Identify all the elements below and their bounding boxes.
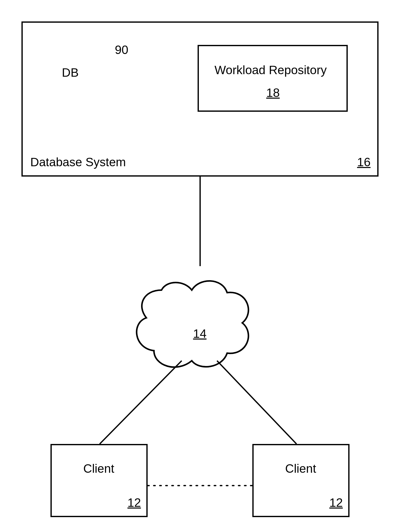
db-ref-callout: 90 (115, 43, 128, 57)
client-left-label: Client (83, 462, 114, 475)
client-right-label: Client (285, 462, 316, 475)
workload-repository-box (198, 45, 348, 112)
svg-line-5 (100, 361, 182, 444)
diagram-canvas: DB 90 Workload Repository 18 Database Sy… (0, 0, 403, 532)
workload-repo-ref: 18 (266, 86, 280, 100)
database-system-ref: 16 (357, 155, 370, 169)
client-left-ref: 12 (127, 496, 141, 510)
db-label: DB (62, 66, 79, 79)
cloud-icon (137, 281, 248, 367)
workload-repo-label: Workload Repository (214, 63, 327, 77)
database-system-label: Database System (30, 155, 126, 169)
client-right-ref: 12 (329, 496, 343, 510)
cloud-ref: 14 (193, 327, 206, 341)
svg-line-6 (217, 361, 297, 444)
